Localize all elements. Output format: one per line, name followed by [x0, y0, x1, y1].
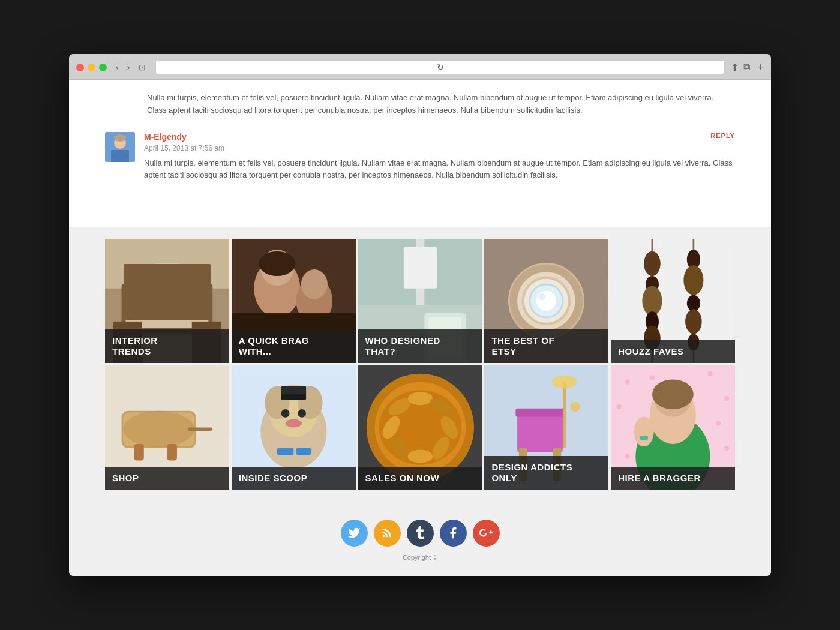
- grid-item-overlay: INSIDE SCOOP: [232, 467, 356, 490]
- grid-item-label: A QUICK BRAG WITH...: [239, 335, 349, 357]
- svg-rect-22: [403, 247, 436, 289]
- svg-point-62: [285, 419, 302, 428]
- grid-item-houzz-faves[interactable]: HOUZZ FAVES: [611, 239, 735, 363]
- google-plus-icon[interactable]: [473, 520, 500, 547]
- svg-rect-79: [516, 409, 565, 417]
- grid-item-label: THE BEST OF ETSY: [491, 335, 601, 357]
- svg-point-19: [259, 251, 295, 276]
- grid-item-label: DESIGN ADDICTS ONLY: [491, 462, 601, 484]
- grid-item-overlay: HIRE A BRAGGER: [611, 467, 735, 490]
- svg-point-87: [625, 379, 630, 384]
- rss-icon[interactable]: [374, 520, 401, 547]
- comment-header: M-Elgendy REPLY: [144, 132, 735, 142]
- twitter-icon[interactable]: [341, 520, 368, 547]
- grid-item-overlay: DESIGN ADDICTS ONLY: [484, 456, 608, 490]
- svg-point-100: [652, 379, 694, 409]
- grid-item-overlay: HOUZZ FAVES: [611, 340, 735, 363]
- grid-item-overlay: WHO DESIGNED THAT?: [358, 329, 482, 363]
- svg-rect-64: [296, 448, 311, 455]
- comment-text: Nulla mi turpis, elementum et felis vel,…: [144, 157, 735, 182]
- browser-actions: ⬆ ⧉: [731, 62, 750, 73]
- grid-item-overlay: INTERIOR TRENDS: [105, 329, 229, 363]
- page-content: Nulla mi turpis, elementum et felis vel,…: [69, 80, 771, 570]
- svg-rect-52: [167, 444, 177, 461]
- grid-item-inside-scoop[interactable]: INSIDE SCOOP: [232, 365, 356, 490]
- grid-item-quick-brag[interactable]: A QUICK BRAG WITH...: [232, 239, 356, 363]
- svg-rect-82: [563, 382, 566, 448]
- avatar-image: [105, 132, 135, 162]
- grid-item-overlay: SALES ON NOW: [358, 467, 482, 490]
- footer-section: Copyright ©: [69, 508, 771, 570]
- grid-item-label: SHOP: [112, 473, 222, 484]
- svg-point-44: [685, 309, 702, 334]
- svg-point-96: [724, 446, 729, 451]
- minimize-button[interactable]: [88, 64, 95, 71]
- svg-rect-2: [111, 150, 129, 162]
- svg-point-38: [643, 286, 662, 316]
- comment-author: M-Elgendy: [144, 132, 187, 142]
- svg-point-90: [708, 371, 713, 376]
- svg-rect-61: [281, 386, 306, 394]
- svg-point-4: [114, 134, 126, 142]
- browser-chrome: ‹ › ⊡ ↻ ⬆ ⧉ +: [69, 54, 771, 80]
- tab-button[interactable]: ⊡: [135, 61, 149, 73]
- svg-point-92: [724, 396, 729, 401]
- svg-point-32: [539, 293, 545, 300]
- svg-point-103: [383, 535, 385, 538]
- avatar-svg: [105, 132, 135, 162]
- share-button[interactable]: ⬆: [731, 62, 739, 73]
- svg-point-101: [634, 416, 654, 446]
- svg-point-70: [407, 392, 432, 405]
- svg-point-94: [716, 421, 721, 425]
- first-comment-text: Nulla mi turpis, elementum et felis vel,…: [147, 92, 735, 117]
- grid-item-interior-trends[interactable]: INTERIOR TRENDS: [105, 239, 229, 363]
- grid-item-label: SALES ON NOW: [365, 473, 475, 484]
- add-tab-button[interactable]: +: [757, 61, 764, 74]
- svg-point-58: [281, 409, 290, 418]
- svg-rect-50: [188, 427, 212, 431]
- traffic-lights: [76, 64, 107, 71]
- comments-section: Nulla mi turpis, elementum et felis vel,…: [69, 80, 771, 227]
- grid-item-overlay: A QUICK BRAG WITH...: [232, 329, 356, 363]
- svg-rect-78: [518, 411, 563, 452]
- svg-point-85: [571, 402, 581, 412]
- social-icons: [341, 520, 500, 547]
- grid-item-design-addicts[interactable]: DESIGN ADDICTS ONLY: [484, 365, 608, 490]
- facebook-icon[interactable]: [440, 520, 467, 547]
- grid-item-hire-bragger[interactable]: HIRE A BRAGGER: [611, 365, 735, 490]
- svg-point-95: [625, 454, 630, 459]
- grid-item-best-of-etsy[interactable]: THE BEST OF ETSY: [484, 239, 608, 363]
- browser-content: Nulla mi turpis, elementum et felis vel,…: [69, 80, 771, 576]
- grid-item-label: WHO DESIGNED THAT?: [365, 335, 475, 357]
- nav-buttons: ‹ › ⊡: [113, 61, 149, 73]
- grid-item-label: INSIDE SCOOP: [239, 473, 349, 484]
- refresh-icon[interactable]: ↻: [437, 62, 444, 72]
- svg-point-88: [650, 376, 655, 380]
- comment-body: M-Elgendy REPLY April 15, 2013 at 7:56 a…: [144, 132, 735, 182]
- comment: M-Elgendy REPLY April 15, 2013 at 7:56 a…: [105, 132, 735, 194]
- grid-item-label: HOUZZ FAVES: [618, 346, 728, 357]
- back-button[interactable]: ‹: [113, 61, 122, 73]
- forward-button[interactable]: ›: [124, 61, 133, 73]
- svg-rect-102: [640, 436, 648, 440]
- close-button[interactable]: [76, 64, 84, 71]
- grid-item-shop[interactable]: SHOP: [105, 365, 229, 490]
- reply-link[interactable]: REPLY: [710, 132, 735, 139]
- grid-item-sales-on-now[interactable]: SALES ON NOW: [358, 365, 482, 490]
- svg-rect-51: [134, 444, 144, 461]
- svg-point-42: [684, 265, 704, 295]
- svg-point-17: [301, 269, 328, 299]
- tumblr-icon[interactable]: [407, 520, 434, 547]
- footer-copyright: Copyright ©: [403, 554, 437, 561]
- svg-rect-63: [277, 448, 294, 455]
- duplicate-button[interactable]: ⧉: [743, 62, 750, 73]
- grid-section: INTERIOR TRENDS: [69, 227, 771, 508]
- svg-point-91: [617, 404, 622, 409]
- maximize-button[interactable]: [99, 64, 107, 71]
- avatar: [105, 132, 135, 162]
- address-bar[interactable]: ↻: [155, 60, 725, 74]
- svg-rect-12: [196, 272, 209, 305]
- svg-point-83: [552, 376, 577, 389]
- svg-point-36: [644, 251, 661, 276]
- grid-item-who-designed[interactable]: WHO DESIGNED THAT?: [358, 239, 482, 363]
